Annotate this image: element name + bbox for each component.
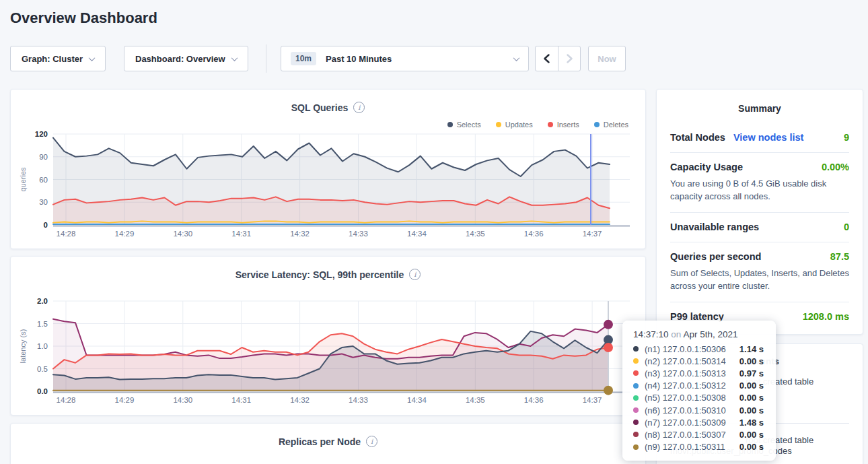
sql-queries-chart[interactable]: 14:2814:2914:3014:3114:3214:3314:3414:35… — [11, 90, 647, 250]
tooltip-row: (n7) 127.0.0.1:503091.48 s — [633, 416, 766, 428]
p99-latency-value: 1208.0 ms — [803, 311, 849, 322]
graph-dropdown-label: Graph: Cluster — [22, 54, 83, 64]
replicas-title-row: Replicas per Node i — [11, 424, 645, 447]
node-latency-value: 0.00 s — [739, 405, 766, 416]
node-color-dot — [633, 346, 639, 352]
svg-text:1.5: 1.5 — [37, 320, 48, 328]
node-color-dot — [633, 444, 639, 450]
svg-text:14:29: 14:29 — [115, 230, 135, 238]
tooltip-row: (n8) 127.0.0.1:503070.00 s — [633, 428, 766, 440]
chevron-right-icon — [566, 54, 573, 63]
svg-text:14:34: 14:34 — [407, 230, 427, 238]
node-latency-value: 0.00 s — [739, 393, 766, 403]
chevron-down-icon — [231, 55, 238, 61]
divider — [266, 44, 266, 73]
range-label: Past 10 Minutes — [326, 54, 392, 64]
svg-text:2.0: 2.0 — [37, 297, 48, 305]
time-range-picker[interactable]: 10m Past 10 Minutes — [281, 46, 529, 71]
svg-text:14:28: 14:28 — [57, 230, 76, 238]
summary-row-total-nodes: Total Nodes View nodes list 9 — [670, 123, 849, 152]
node-address: (n8) 127.0.0.1:50307 — [645, 430, 726, 440]
svg-text:14:29: 14:29 — [115, 396, 135, 404]
qps-label: Queries per second — [670, 251, 761, 262]
node-address: (n3) 127.0.0.1:50313 — [645, 368, 726, 378]
svg-text:14:30: 14:30 — [173, 396, 192, 404]
svg-text:0: 0 — [44, 221, 48, 229]
info-icon[interactable]: i — [366, 436, 377, 447]
latency-card: Service Latency: SQL, 99th percentile i … — [10, 256, 646, 416]
tooltip-row: (n4) 127.0.0.1:503120.00 s — [633, 380, 766, 392]
svg-text:0.0: 0.0 — [37, 387, 48, 395]
unavailable-ranges-label: Unavailable ranges — [670, 222, 759, 232]
chevron-left-icon — [543, 54, 550, 63]
svg-text:14:31: 14:31 — [231, 230, 251, 238]
qps-value: 87.5 — [830, 251, 849, 262]
dashboard-dropdown[interactable]: Dashboard: Overview — [124, 46, 248, 71]
page-title: Overview Dashboard — [10, 9, 157, 27]
svg-text:1.0: 1.0 — [37, 342, 48, 350]
graph-dropdown[interactable]: Graph: Cluster — [10, 46, 106, 71]
node-color-dot — [633, 432, 639, 437]
range-step-buttons — [535, 46, 581, 71]
summary-row-qps: Queries per second 87.5 Sum of Selects, … — [670, 242, 849, 302]
svg-text:14:37: 14:37 — [583, 230, 602, 238]
svg-text:14:30: 14:30 — [173, 230, 192, 238]
summary-heading: Summary — [670, 100, 849, 123]
qps-desc: Sum of Selects, Updates, Inserts, and De… — [670, 267, 849, 292]
node-latency-value: 0.97 s — [739, 368, 766, 378]
node-latency-value: 1.14 s — [739, 344, 766, 354]
svg-text:14:35: 14:35 — [466, 396, 485, 404]
node-color-dot — [633, 395, 639, 401]
prev-range-button[interactable] — [536, 46, 558, 71]
overview-dashboard-page: Overview Dashboard Graph: Cluster Dashbo… — [0, 0, 868, 464]
range-badge: 10m — [291, 52, 316, 65]
tooltip-timestamp: 14:37:10 on Apr 5th, 2021 — [633, 329, 766, 339]
svg-text:14:31: 14:31 — [231, 396, 251, 404]
sql-queries-card: SQL Queries i SelectsUpdatesInsertsDelet… — [10, 89, 646, 249]
summary-card: Summary Total Nodes View nodes list 9 Ca… — [656, 89, 863, 335]
capacity-usage-value: 0.00% — [822, 162, 849, 172]
svg-text:14:36: 14:36 — [524, 396, 544, 404]
node-color-dot — [633, 370, 639, 376]
tooltip-row: (n5) 127.0.0.1:503080.00 s — [633, 392, 766, 404]
capacity-usage-desc: You are using 0 B of 4.5 GiB usable disk… — [670, 177, 849, 203]
svg-text:0.5: 0.5 — [37, 365, 48, 373]
node-color-dot — [633, 420, 639, 425]
svg-text:14:37: 14:37 — [583, 396, 602, 404]
replicas-card: Replicas per Node i — [10, 423, 646, 464]
svg-text:14:33: 14:33 — [349, 396, 368, 404]
svg-text:14:36: 14:36 — [524, 230, 544, 238]
replicas-title: Replicas per Node — [279, 436, 361, 447]
svg-text:14:32: 14:32 — [290, 230, 310, 238]
total-nodes-label: Total Nodes — [670, 132, 725, 143]
summary-row-capacity: Capacity Usage 0.00% You are using 0 B o… — [670, 152, 849, 212]
node-address: (n4) 127.0.0.1:50312 — [645, 380, 726, 391]
node-address: (n1) 127.0.0.1:50306 — [645, 344, 726, 354]
chevron-down-icon — [513, 55, 520, 61]
svg-text:queries: queries — [19, 167, 27, 192]
node-latency-value: 0.00 s — [739, 430, 766, 440]
svg-text:30: 30 — [39, 198, 48, 206]
svg-text:14:35: 14:35 — [466, 230, 485, 238]
unavailable-ranges-value: 0 — [844, 222, 849, 232]
node-latency-value: 1.48 s — [739, 418, 766, 428]
tooltip-row: (n9) 127.0.0.1:503110.00 s — [633, 441, 766, 453]
dashboard-dropdown-label: Dashboard: Overview — [135, 54, 225, 64]
next-range-button[interactable] — [558, 46, 580, 71]
svg-text:60: 60 — [39, 176, 48, 184]
latency-chart[interactable]: 14:2814:2914:3014:3114:3214:3314:3414:35… — [11, 257, 647, 416]
node-color-dot — [633, 407, 639, 413]
svg-text:14:32: 14:32 — [290, 396, 310, 404]
view-nodes-list-link[interactable]: View nodes list — [733, 132, 804, 143]
node-address: (n2) 127.0.0.1:50314 — [645, 356, 726, 366]
tooltip-row: (n3) 127.0.0.1:503130.97 s — [633, 367, 766, 379]
node-address: (n6) 127.0.0.1:50310 — [645, 405, 726, 416]
node-address: (n9) 127.0.0.1:50311 — [645, 442, 725, 452]
capacity-usage-label: Capacity Usage — [670, 162, 743, 172]
node-address: (n7) 127.0.0.1:50309 — [645, 418, 726, 428]
svg-text:14:34: 14:34 — [407, 396, 427, 404]
svg-text:90: 90 — [39, 153, 48, 161]
node-color-dot — [633, 383, 639, 389]
tooltip-row: (n2) 127.0.0.1:503140.00 s — [633, 355, 766, 367]
now-button[interactable]: Now — [588, 46, 626, 71]
